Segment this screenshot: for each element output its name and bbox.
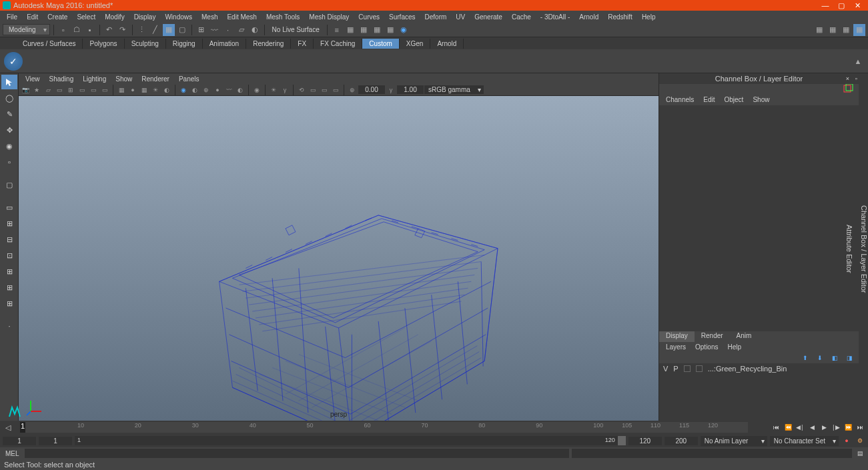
anim-layer-dropdown[interactable]: No Anim Layer — [701, 436, 767, 446]
anim-start-field[interactable]: 1 — [3, 437, 36, 445]
render-globals-icon[interactable]: ◉ — [398, 24, 410, 36]
paint-select-tool[interactable]: ✎ — [1, 107, 17, 121]
shelf-collapse-icon[interactable]: ▲ — [852, 55, 864, 67]
view-cube-icon[interactable] — [841, 84, 855, 93]
command-input[interactable] — [25, 449, 569, 458]
vp-menu-shading[interactable]: Shading — [45, 75, 78, 83]
menu-curves[interactable]: Curves — [354, 12, 384, 22]
shelf-custom-tool-icon[interactable]: ✓ — [4, 52, 23, 71]
layer-menu-options[interactable]: Options — [691, 342, 722, 353]
vp-ao-icon[interactable]: ● — [212, 85, 223, 95]
vp-exposure-field[interactable]: 0.00 — [358, 85, 385, 94]
vp-color-icon[interactable]: ▭ — [330, 85, 341, 95]
undo-icon[interactable]: ↶ — [103, 24, 115, 36]
step-back-button[interactable]: ◀∣ — [795, 422, 805, 433]
live-surface-label[interactable]: No Live Surface — [268, 25, 324, 35]
dock-tab-channelbox[interactable]: Channel Box / Layer Editor — [860, 205, 868, 293]
dock-tab-attribute-editor[interactable]: Attribute Editor — [845, 225, 853, 273]
panel-layout2-icon[interactable]: ▦ — [827, 24, 839, 36]
time-ruler-track[interactable]: 1 102030405060708090100105110115120 — [20, 422, 748, 433]
last-tool[interactable]: ▢ — [1, 177, 17, 192]
vp-shadows-icon[interactable]: ◐ — [161, 85, 172, 95]
step-back-key-button[interactable]: ⏪ — [783, 422, 793, 433]
vp-2d-icon[interactable]: ▭ — [54, 85, 65, 95]
vp-menu-renderer[interactable]: Renderer — [137, 75, 173, 83]
snap-point-icon[interactable]: · — [222, 24, 234, 36]
panel-close-icon[interactable]: × — [846, 75, 849, 82]
vp-aa-icon[interactable]: ◐ — [235, 85, 246, 95]
select-vertex-icon[interactable]: ⋮ — [136, 24, 148, 36]
vp-textured-icon[interactable]: ▦ — [139, 85, 149, 95]
panel-layout4-icon[interactable]: ▦ — [853, 24, 865, 36]
menu-arnold[interactable]: Arnold — [575, 12, 602, 22]
vp-bookmark-icon[interactable]: ★ — [31, 85, 42, 95]
shelf-tab-animation[interactable]: Animation — [203, 39, 246, 49]
vp-lights-icon[interactable]: ☀ — [150, 85, 161, 95]
vp-film-gate-icon[interactable]: ▭ — [77, 85, 87, 95]
vp-display-icon[interactable]: ▭ — [308, 85, 318, 95]
vp-image-plane-icon[interactable]: ▱ — [43, 85, 53, 95]
menu-mesh-tools[interactable]: Mesh Tools — [262, 12, 304, 22]
shelf-tab-fxcaching[interactable]: FX Caching — [314, 39, 362, 49]
close-button[interactable]: ✕ — [849, 1, 865, 10]
layer-new-empty-icon[interactable]: ◧ — [829, 353, 840, 363]
play-back-button[interactable]: ◀ — [807, 422, 817, 433]
vp-xray-icon[interactable]: ◐ — [189, 85, 200, 95]
select-edge-icon[interactable]: ╱ — [149, 24, 161, 36]
minimize-button[interactable]: — — [817, 1, 833, 9]
panel-layout-icon[interactable]: ▦ — [813, 24, 825, 36]
layer-playback-toggle[interactable]: P — [673, 365, 678, 373]
select-object-icon[interactable]: ▢ — [176, 24, 188, 36]
vp-resolution-gate-icon[interactable]: ▭ — [88, 85, 99, 95]
vp-exposure-icon[interactable]: ☀ — [268, 85, 279, 95]
shelf-tab-xgen[interactable]: XGen — [400, 39, 431, 49]
menu-edit[interactable]: Edit — [23, 12, 42, 22]
vp-gamma-ctrl-icon[interactable]: γ — [386, 85, 396, 95]
vp-colorspace-dropdown[interactable]: sRGB gamma — [424, 85, 484, 94]
lasso-tool[interactable]: ◯ — [1, 91, 17, 105]
open-scene-icon[interactable]: ☖ — [71, 24, 83, 36]
layout-single-icon[interactable]: ▭ — [1, 200, 17, 215]
layout-two-h-icon[interactable]: ⊟ — [1, 232, 17, 247]
scale-tool[interactable]: ▫ — [1, 155, 17, 169]
vp-gamma-icon[interactable]: γ — [280, 85, 290, 95]
time-slider[interactable]: ◁ 1 102030405060708090100105110115120 ⏮ … — [0, 421, 868, 434]
layer-new-icon[interactable]: ◨ — [844, 353, 855, 363]
tab-render[interactable]: Render — [695, 331, 730, 342]
redo-icon[interactable]: ↷ — [117, 24, 129, 36]
shelf-tab-polygons[interactable]: Polygons — [83, 39, 124, 49]
move-tool[interactable]: ✥ — [1, 123, 17, 137]
shelf-tab-rendering[interactable]: Rendering — [246, 39, 291, 49]
ipr-render-icon[interactable]: ▦ — [371, 24, 383, 36]
vp-dof-icon[interactable]: ◉ — [252, 85, 262, 95]
layout-three-icon[interactable]: ⊞ — [1, 264, 17, 279]
viewport-3d[interactable]: persp — [19, 96, 659, 421]
panel-undock-icon[interactable]: ▫ — [855, 75, 857, 82]
menu-mesh[interactable]: Mesh — [197, 12, 222, 22]
snap-surface-icon[interactable]: ◐ — [249, 24, 261, 36]
tab-anim[interactable]: Anim — [730, 331, 759, 342]
vp-menu-show[interactable]: Show — [111, 75, 136, 83]
select-tool[interactable] — [1, 75, 17, 89]
layer-color-box[interactable] — [696, 365, 703, 372]
menu-cache[interactable]: Cache — [508, 12, 535, 22]
display-layer-row[interactable]: V P ...:Green_Recycling_Bin — [659, 363, 859, 374]
snap-plane-icon[interactable]: ▱ — [236, 24, 248, 36]
menu-select[interactable]: Select — [73, 12, 99, 22]
menu-edit-mesh[interactable]: Edit Mesh — [223, 12, 260, 22]
layer-menu-help[interactable]: Help — [723, 342, 745, 353]
range-slider-handle[interactable] — [618, 436, 626, 445]
menu-display[interactable]: Display — [130, 12, 160, 22]
tab-display[interactable]: Display — [659, 331, 695, 342]
shelf-tab-rigging[interactable]: Rigging — [166, 39, 203, 49]
maximize-button[interactable]: ▢ — [833, 1, 849, 10]
step-forward-button[interactable]: ∣▶ — [831, 422, 841, 433]
render-icon[interactable]: ▦ — [358, 24, 370, 36]
menu-generate[interactable]: Generate — [470, 12, 506, 22]
menu-file[interactable]: File — [3, 12, 21, 22]
menu-deform[interactable]: Deform — [421, 12, 451, 22]
script-editor-button[interactable]: ▤ — [855, 448, 865, 459]
cb-menu-edit[interactable]: Edit — [699, 95, 719, 105]
vp-motion-blur-icon[interactable]: 〰 — [224, 85, 234, 95]
layer-type-box[interactable] — [684, 365, 691, 372]
